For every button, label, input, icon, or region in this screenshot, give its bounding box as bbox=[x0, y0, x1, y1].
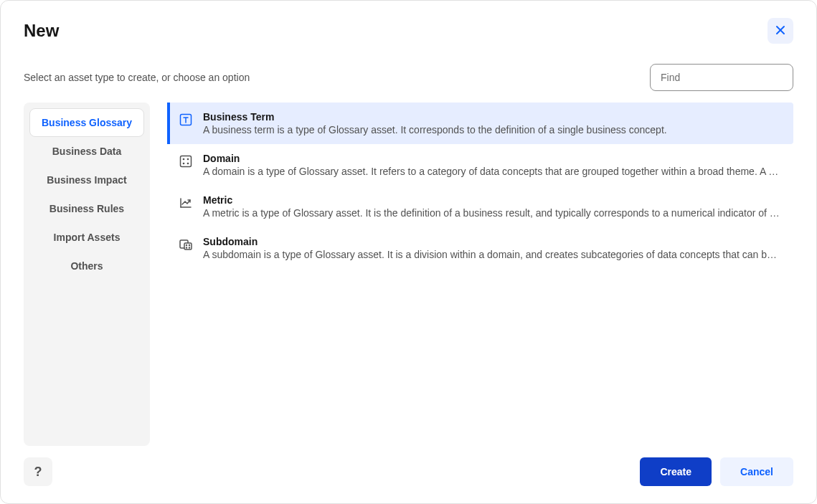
svg-rect-3 bbox=[181, 156, 192, 167]
sidebar-item-label: Business Rules bbox=[49, 203, 124, 214]
find-input[interactable] bbox=[650, 64, 793, 91]
asset-title: Business Term bbox=[203, 111, 782, 123]
sidebar-item-others[interactable]: Others bbox=[29, 252, 144, 280]
svg-point-6 bbox=[183, 163, 184, 163]
help-button[interactable]: ? bbox=[24, 457, 52, 486]
new-asset-dialog: New Select an asset type to create, or c… bbox=[1, 1, 816, 503]
asset-row-domain[interactable]: Domain A domain is a type of Glossary as… bbox=[167, 144, 793, 186]
sidebar: Business Glossary Business Data Business… bbox=[24, 103, 150, 446]
svg-point-10 bbox=[186, 245, 187, 246]
asset-row-subdomain[interactable]: Subdomain A subdomain is a type of Gloss… bbox=[167, 227, 793, 269]
subdomain-icon bbox=[179, 237, 193, 252]
metric-icon bbox=[179, 196, 193, 210]
asset-list: Business Term A business term is a type … bbox=[167, 103, 793, 446]
asset-text: Domain A domain is a type of Glossary as… bbox=[203, 153, 782, 177]
sidebar-item-business-rules[interactable]: Business Rules bbox=[29, 194, 144, 223]
sidebar-item-label: Others bbox=[70, 260, 103, 272]
asset-title: Domain bbox=[203, 153, 782, 164]
sidebar-item-business-data[interactable]: Business Data bbox=[29, 137, 144, 166]
dialog-content: Business Glossary Business Data Business… bbox=[24, 103, 793, 446]
cancel-button[interactable]: Cancel bbox=[720, 457, 793, 486]
asset-description: A metric is a type of Glossary asset. It… bbox=[203, 207, 782, 219]
dialog-title: New bbox=[24, 21, 59, 41]
asset-text: Metric A metric is a type of Glossary as… bbox=[203, 194, 782, 219]
asset-description: A domain is a type of Glossary asset. It… bbox=[203, 166, 782, 177]
sidebar-item-business-impact[interactable]: Business Impact bbox=[29, 166, 144, 194]
footer-actions: Create Cancel bbox=[640, 457, 793, 486]
svg-point-13 bbox=[189, 247, 190, 248]
svg-point-11 bbox=[189, 245, 190, 246]
sidebar-item-label: Business Glossary bbox=[42, 117, 132, 128]
asset-title: Metric bbox=[203, 194, 782, 206]
svg-point-7 bbox=[187, 163, 188, 163]
asset-row-metric[interactable]: Metric A metric is a type of Glossary as… bbox=[167, 186, 793, 227]
subheader: Select an asset type to create, or choos… bbox=[24, 64, 793, 91]
asset-text: Business Term A business term is a type … bbox=[203, 111, 782, 135]
sidebar-item-label: Business Impact bbox=[47, 174, 126, 186]
svg-rect-9 bbox=[184, 243, 192, 249]
asset-row-business-term[interactable]: Business Term A business term is a type … bbox=[167, 103, 793, 144]
svg-point-4 bbox=[183, 158, 184, 159]
close-button[interactable] bbox=[768, 18, 793, 44]
sidebar-item-business-glossary[interactable]: Business Glossary bbox=[29, 108, 144, 137]
dialog-header: New bbox=[24, 18, 793, 44]
sidebar-item-import-assets[interactable]: Import Assets bbox=[29, 223, 144, 252]
term-icon bbox=[179, 113, 193, 127]
svg-point-5 bbox=[187, 158, 188, 159]
sidebar-item-label: Business Data bbox=[52, 146, 121, 157]
domain-icon bbox=[179, 154, 193, 168]
asset-description: A business term is a type of Glossary as… bbox=[203, 124, 782, 135]
dialog-footer: ? Create Cancel bbox=[24, 457, 793, 486]
asset-title: Subdomain bbox=[203, 236, 782, 247]
svg-point-12 bbox=[186, 247, 187, 248]
asset-description: A subdomain is a type of Glossary asset.… bbox=[203, 249, 782, 260]
help-icon: ? bbox=[34, 465, 42, 479]
sidebar-item-label: Import Assets bbox=[54, 232, 121, 243]
close-icon bbox=[775, 24, 786, 38]
create-button[interactable]: Create bbox=[640, 457, 712, 486]
dialog-subtitle: Select an asset type to create, or choos… bbox=[24, 72, 250, 83]
asset-text: Subdomain A subdomain is a type of Gloss… bbox=[203, 236, 782, 260]
